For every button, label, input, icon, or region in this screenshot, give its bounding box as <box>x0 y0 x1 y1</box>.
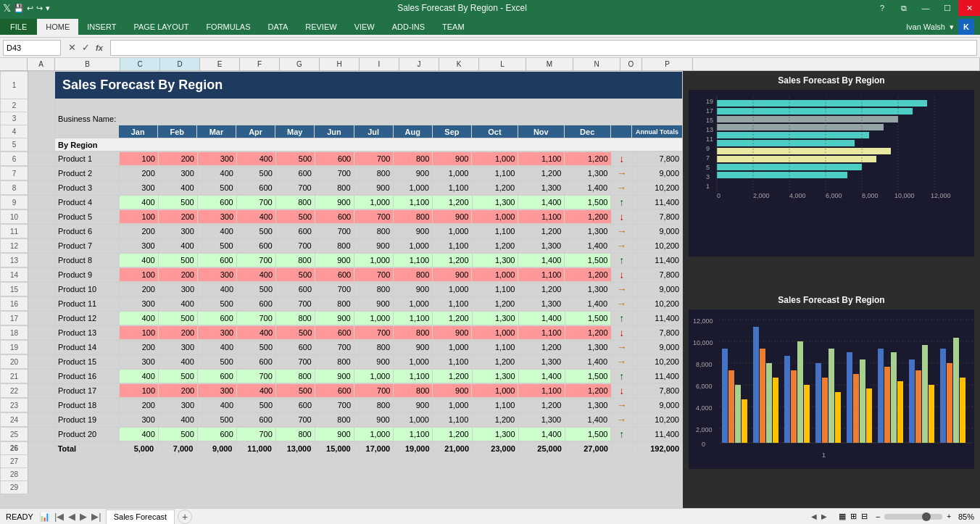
cell-value[interactable]: 800 <box>354 283 394 296</box>
cell-value[interactable]: 1,200 <box>565 268 611 282</box>
cell-value[interactable]: 1,200 <box>472 181 518 195</box>
cell-value[interactable]: 200 <box>158 210 197 224</box>
cell-value[interactable]: 100 <box>120 326 159 340</box>
cell-value[interactable]: 1,400 <box>565 413 611 427</box>
cell-value[interactable]: 1,400 <box>565 239 611 253</box>
cell-value[interactable]: 1,400 <box>565 355 611 369</box>
cell-value[interactable]: 1,200 <box>518 283 565 296</box>
cell-value[interactable]: 600 <box>236 181 275 195</box>
cell-value[interactable]: 1,500 <box>565 196 611 209</box>
cell-value[interactable]: 800 <box>394 210 433 224</box>
cell-value[interactable]: 1,100 <box>393 254 432 267</box>
cell-value[interactable]: 400 <box>158 239 197 253</box>
cell-value[interactable]: 500 <box>237 283 276 296</box>
cell-value[interactable]: 400 <box>197 167 236 180</box>
cell-value[interactable]: 1,100 <box>394 312 433 325</box>
tab-file[interactable]: FILE <box>0 19 37 35</box>
cell-value[interactable]: 300 <box>158 225 197 238</box>
cell-value[interactable]: 1,400 <box>518 254 565 267</box>
cell-value[interactable]: 500 <box>197 239 236 253</box>
cell-value[interactable]: 1,200 <box>433 196 472 209</box>
cell-value[interactable]: 600 <box>197 196 236 209</box>
cell-value[interactable]: 1,100 <box>518 384 565 398</box>
cell-value[interactable]: 500 <box>158 312 197 325</box>
sheet-nav-first[interactable]: |◀ <box>53 511 65 522</box>
cell-value[interactable]: 200 <box>119 399 158 412</box>
cell-value[interactable]: 800 <box>315 413 354 427</box>
cell-value[interactable]: 800 <box>354 399 394 412</box>
cell-value[interactable]: 500 <box>237 399 276 412</box>
cell-value[interactable]: 700 <box>236 254 275 267</box>
add-sheet-button[interactable]: + <box>178 510 192 524</box>
cell-value[interactable]: 900 <box>433 268 472 282</box>
cell-value[interactable]: 900 <box>315 312 354 325</box>
cell-value[interactable]: 900 <box>433 384 472 398</box>
cell-value[interactable]: 300 <box>119 297 158 311</box>
cell-value[interactable]: 600 <box>276 283 315 296</box>
user-dropdown-icon[interactable]: ▾ <box>950 22 954 32</box>
zoom-slider[interactable] <box>884 514 942 520</box>
cell-value[interactable]: 1,300 <box>565 283 611 296</box>
cell-value[interactable]: 500 <box>236 225 275 238</box>
cell-value[interactable]: 1,400 <box>518 196 565 209</box>
cell-value[interactable]: 1,100 <box>432 413 471 427</box>
cell-value[interactable]: 600 <box>197 254 236 267</box>
cell-value[interactable]: 400 <box>119 312 158 325</box>
cell-value[interactable]: 500 <box>158 196 197 209</box>
cell-value[interactable]: 1,300 <box>518 355 565 369</box>
cell-value[interactable]: 1,200 <box>518 341 565 354</box>
name-box[interactable]: D43 <box>3 40 61 56</box>
cell-value[interactable]: 100 <box>119 268 158 282</box>
cell-value[interactable]: 700 <box>236 428 275 441</box>
redo-icon[interactable]: ↪ <box>36 4 43 13</box>
cell-value[interactable]: 200 <box>158 152 197 166</box>
cell-value[interactable]: 900 <box>315 428 354 441</box>
cell-value[interactable]: 1,300 <box>472 370 518 383</box>
cell-value[interactable]: 1,100 <box>472 399 518 412</box>
cell-value[interactable]: 800 <box>315 297 354 311</box>
cell-value[interactable]: 1,300 <box>518 297 565 311</box>
cell-value[interactable]: 1,500 <box>565 312 611 325</box>
cell-value[interactable]: 600 <box>275 225 315 238</box>
cell-value[interactable]: 900 <box>394 225 433 238</box>
cell-value[interactable]: 1,200 <box>472 297 518 311</box>
cell-value[interactable]: 400 <box>237 326 276 340</box>
cell-value[interactable]: 900 <box>433 326 472 340</box>
cell-value[interactable]: 400 <box>198 283 237 296</box>
cell-value[interactable]: 800 <box>394 268 433 282</box>
cell-value[interactable]: 1,100 <box>472 225 518 238</box>
cell-value[interactable]: 1,100 <box>518 326 565 340</box>
cell-value[interactable]: 600 <box>236 239 275 253</box>
cell-value[interactable]: 800 <box>354 167 393 180</box>
cell-value[interactable]: 700 <box>315 399 354 412</box>
cell-value[interactable]: 400 <box>237 268 276 282</box>
cell-value[interactable]: 400 <box>158 181 197 195</box>
cell-value[interactable]: 1,000 <box>472 210 518 224</box>
cell-value[interactable]: 500 <box>197 297 236 311</box>
cell-value[interactable]: 1,300 <box>518 181 565 195</box>
cell-value[interactable]: 900 <box>354 355 393 369</box>
cell-value[interactable]: 1,400 <box>565 181 611 195</box>
cell-value[interactable]: 600 <box>276 341 315 354</box>
cell-value[interactable]: 100 <box>120 384 159 398</box>
cell-value[interactable]: 900 <box>433 210 472 224</box>
cell-value[interactable]: 1,300 <box>472 254 518 267</box>
cell-value[interactable]: 400 <box>198 341 237 354</box>
sheet-nav-next[interactable]: ▶ <box>78 511 88 522</box>
cell-value[interactable]: 300 <box>119 239 158 253</box>
tab-page-layout[interactable]: PAGE LAYOUT <box>125 19 197 35</box>
cell-value[interactable]: 1,300 <box>565 341 611 354</box>
cell-value[interactable]: 400 <box>119 196 158 209</box>
cell-value[interactable]: 1,100 <box>518 210 565 224</box>
cell-value[interactable]: 1,000 <box>354 196 393 209</box>
cell-value[interactable]: 300 <box>119 355 158 369</box>
view-normal-icon[interactable]: ▦ <box>839 512 846 521</box>
cell-value[interactable]: 1,100 <box>393 196 432 209</box>
cell-value[interactable]: 500 <box>276 268 315 282</box>
cell-value[interactable]: 300 <box>198 384 237 398</box>
cell-value[interactable]: 700 <box>315 283 354 296</box>
cell-value[interactable]: 300 <box>197 152 236 166</box>
tab-formulas[interactable]: FORMULAS <box>197 19 259 35</box>
cell-value[interactable]: 1,000 <box>354 312 393 325</box>
cell-value[interactable]: 500 <box>276 326 315 340</box>
